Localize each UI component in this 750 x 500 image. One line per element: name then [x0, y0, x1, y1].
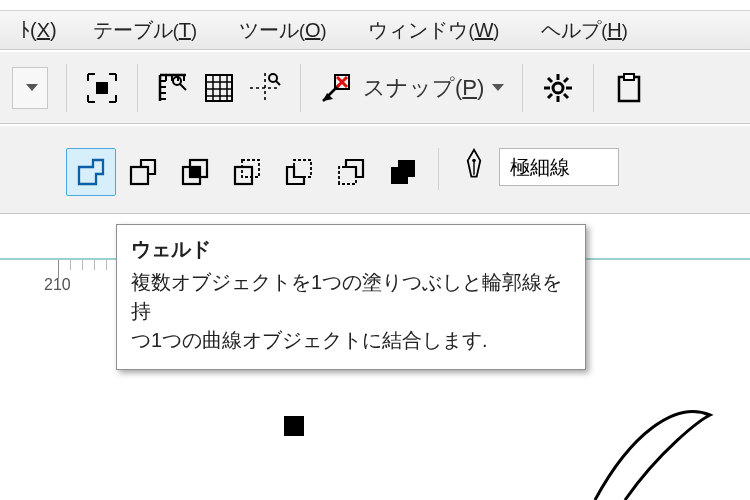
- ruler-toggle-button[interactable]: [156, 65, 190, 111]
- svg-rect-21: [624, 74, 634, 80]
- svg-rect-25: [190, 167, 200, 177]
- boundary-icon: [386, 155, 420, 189]
- menu-fragment-post: ): [50, 19, 57, 42]
- separator: [593, 64, 594, 112]
- svg-line-18: [564, 78, 568, 82]
- menu-label: ツール: [239, 17, 299, 44]
- ruler-tick: [82, 260, 83, 270]
- guide-cross-icon: [248, 71, 282, 105]
- menu-item-fragment[interactable]: ﾄ(X): [20, 19, 57, 42]
- front-minus-back-icon: [282, 155, 316, 189]
- snap-target-icon: [319, 71, 353, 105]
- svg-line-7: [276, 81, 280, 85]
- back-minus-front-icon: [334, 155, 368, 189]
- back-minus-front-button[interactable]: [326, 148, 376, 196]
- full-extent-icon: [85, 71, 119, 105]
- weld-button[interactable]: [66, 148, 116, 196]
- menu-label: テーブル: [93, 17, 173, 44]
- menu-fragment-key: X: [37, 19, 50, 42]
- simplify-icon: [230, 155, 264, 189]
- trim-button[interactable]: [118, 148, 168, 196]
- svg-line-19: [548, 94, 552, 98]
- dropdown-button[interactable]: [12, 67, 48, 109]
- front-minus-back-button[interactable]: [274, 148, 324, 196]
- menu-fragment-pre: ﾄ(: [20, 19, 37, 42]
- grid-toggle-button[interactable]: [202, 65, 236, 111]
- ruler-tick: [94, 260, 95, 270]
- full-extent-button[interactable]: [85, 65, 119, 111]
- svg-point-11: [553, 83, 563, 93]
- pen-nib-icon: [461, 148, 487, 182]
- snap-target-button[interactable]: [319, 65, 353, 111]
- outline-width-value: 極細線: [510, 154, 570, 181]
- ruler-label-210: 210: [44, 276, 71, 294]
- ruler-tick: [70, 260, 71, 270]
- trim-icon: [126, 155, 160, 189]
- separator: [300, 64, 301, 112]
- menu-item-window[interactable]: ウィンドウ(W): [368, 17, 499, 44]
- intersect-icon: [178, 155, 212, 189]
- gear-icon: [541, 71, 575, 105]
- settings-button[interactable]: [541, 65, 575, 111]
- weld-icon: [74, 155, 108, 189]
- outline-width-select[interactable]: 極細線: [499, 148, 619, 186]
- ruler-corner-icon: [156, 71, 190, 105]
- ruler-tick: [106, 260, 107, 270]
- svg-rect-0: [96, 82, 108, 94]
- separator: [137, 64, 138, 112]
- snap-dropdown[interactable]: スナップ(P): [363, 65, 504, 111]
- svg-rect-27: [242, 160, 259, 177]
- menubar: ﾄ(X) テーブル(T) ツール(O) ウィンドウ(W) ヘルプ(H): [0, 10, 750, 50]
- menu-key: O: [305, 19, 321, 42]
- tooltip-title: ウェルド: [131, 235, 571, 264]
- toolbar-main: スナップ(P): [0, 52, 750, 124]
- outline-pen-button[interactable]: [461, 148, 487, 182]
- canvas-handle-square[interactable]: [284, 416, 304, 436]
- boundary-button[interactable]: [378, 148, 428, 196]
- menu-key: W: [474, 19, 493, 42]
- menu-item-tools[interactable]: ツール(O): [239, 17, 327, 44]
- svg-point-6: [269, 74, 277, 82]
- separator: [438, 148, 439, 190]
- toolbar-shaping: 極細線: [0, 126, 750, 214]
- chevron-down-icon: [26, 84, 38, 91]
- menu-key: T: [179, 19, 191, 42]
- svg-rect-26: [235, 167, 252, 184]
- svg-line-16: [548, 78, 552, 82]
- svg-line-17: [564, 94, 568, 98]
- canvas-curve[interactable]: [590, 405, 730, 500]
- menu-item-table[interactable]: テーブル(T): [93, 17, 197, 44]
- svg-rect-3: [206, 75, 232, 101]
- separator: [522, 64, 523, 112]
- svg-line-2: [180, 84, 186, 90]
- menu-item-help[interactable]: ヘルプ(H): [541, 17, 627, 44]
- clipboard-icon: [612, 71, 646, 105]
- menu-label: ウィンドウ: [368, 17, 468, 44]
- menu-key: H: [607, 19, 621, 42]
- tooltip-body-line: つ1つの曲線オブジェクトに結合します.: [131, 326, 571, 355]
- simplify-button[interactable]: [222, 148, 272, 196]
- guides-toggle-button[interactable]: [248, 65, 282, 111]
- separator: [66, 64, 67, 112]
- clipboard-button[interactable]: [612, 65, 646, 111]
- tooltip-body-line: 複数オブジェクトを1つの塗りつぶしと輪郭線を持: [131, 268, 571, 326]
- svg-point-29: [472, 159, 476, 163]
- snap-label: スナップ(P): [363, 73, 484, 103]
- tooltip: ウェルド 複数オブジェクトを1つの塗りつぶしと輪郭線を持 つ1つの曲線オブジェク…: [116, 224, 586, 370]
- chevron-down-icon: [492, 84, 504, 91]
- intersect-button[interactable]: [170, 148, 220, 196]
- grid-icon: [202, 71, 236, 105]
- menu-label: ヘルプ: [541, 17, 601, 44]
- svg-rect-22: [131, 167, 148, 184]
